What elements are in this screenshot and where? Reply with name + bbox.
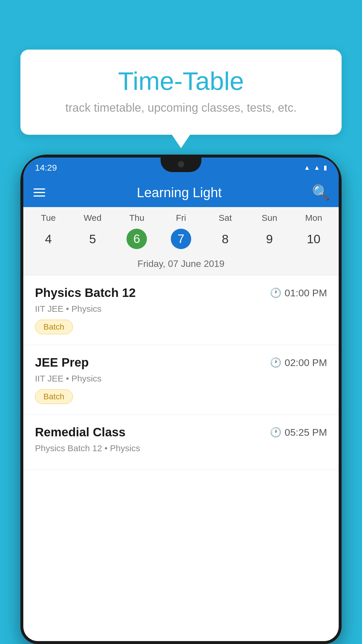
date-5[interactable]: 5 <box>71 229 115 250</box>
status-time: 14:29 <box>35 163 57 173</box>
schedule-item-2-subtitle: IIT JEE • Physics <box>35 374 327 384</box>
clock-icon-1: 🕐 <box>270 287 282 298</box>
schedule-item-2-badge: Batch <box>35 389 73 404</box>
day-thu[interactable]: Thu <box>115 213 159 223</box>
signal-icon <box>314 164 320 172</box>
schedule-item-3-time-text: 05:25 PM <box>284 427 327 438</box>
schedule-item-2-time-text: 02:00 PM <box>284 357 327 368</box>
date-4[interactable]: 4 <box>26 229 71 250</box>
schedule-item-1-subtitle: IIT JEE • Physics <box>35 304 327 314</box>
schedule-item-2-time: 🕐 02:00 PM <box>270 357 327 368</box>
schedule-item-3-header: Remedial Class 🕐 05:25 PM <box>35 425 327 439</box>
schedule-list: Physics Batch 12 🕐 01:00 PM IIT JEE • Ph… <box>23 275 339 470</box>
schedule-item-1-header: Physics Batch 12 🕐 01:00 PM <box>35 286 327 300</box>
clock-icon-3: 🕐 <box>270 427 282 438</box>
calendar-section: Tue Wed Thu Fri Sat Sun Mon 4 5 6 7 8 9 … <box>23 207 339 275</box>
status-bar: 14:29 <box>23 158 339 178</box>
current-date-label: Friday, 07 June 2019 <box>23 256 339 275</box>
day-wed[interactable]: Wed <box>71 213 115 223</box>
schedule-item-3[interactable]: Remedial Class 🕐 05:25 PM Physics Batch … <box>23 415 339 470</box>
battery-icon <box>324 164 327 172</box>
date-10[interactable]: 10 <box>291 229 336 250</box>
day-sun[interactable]: Sun <box>247 213 292 223</box>
day-mon[interactable]: Mon <box>291 213 336 223</box>
schedule-item-1-time-text: 01:00 PM <box>284 287 327 299</box>
schedule-item-1-badge: Batch <box>35 320 73 334</box>
day-tue[interactable]: Tue <box>26 213 71 223</box>
schedule-item-3-time: 🕐 05:25 PM <box>270 427 327 438</box>
status-icons <box>304 164 327 172</box>
phone-frame: 14:29 Learning Light 🔍 <box>20 155 342 644</box>
search-icon[interactable]: 🔍 <box>312 184 330 201</box>
wifi-icon <box>304 164 310 172</box>
phone-inner: 14:29 Learning Light 🔍 <box>23 158 339 641</box>
schedule-item-3-subtitle: Physics Batch 12 • Physics <box>35 443 327 453</box>
date-7-selected[interactable]: 7 <box>171 229 191 249</box>
phone-screen: 14:29 Learning Light 🔍 <box>23 158 339 641</box>
schedule-item-2-header: JEE Prep 🕐 02:00 PM <box>35 356 327 370</box>
clock-icon-2: 🕐 <box>270 357 282 368</box>
date-6-today[interactable]: 6 <box>126 229 147 249</box>
days-header: Tue Wed Thu Fri Sat Sun Mon <box>23 207 339 226</box>
schedule-item-1[interactable]: Physics Batch 12 🕐 01:00 PM IIT JEE • Ph… <box>23 275 339 345</box>
date-8[interactable]: 8 <box>203 229 247 250</box>
tooltip-title: Time-Table <box>35 67 327 95</box>
phone-notch <box>161 158 201 172</box>
schedule-item-1-time: 🕐 01:00 PM <box>270 287 327 299</box>
phone-camera <box>178 161 184 167</box>
app-title: Learning Light <box>55 185 303 200</box>
date-9[interactable]: 9 <box>247 229 292 250</box>
hamburger-icon[interactable] <box>32 187 47 198</box>
schedule-item-1-title: Physics Batch 12 <box>35 286 136 300</box>
day-sat[interactable]: Sat <box>203 213 247 223</box>
dates-row: 4 5 6 7 8 9 10 <box>23 226 339 256</box>
app-topbar: Learning Light 🔍 <box>23 178 339 207</box>
schedule-item-2[interactable]: JEE Prep 🕐 02:00 PM IIT JEE • Physics Ba… <box>23 345 339 415</box>
schedule-item-2-title: JEE Prep <box>35 356 89 370</box>
day-fri[interactable]: Fri <box>159 213 203 223</box>
tooltip-subtitle: track timetable, upcoming classes, tests… <box>35 101 327 114</box>
schedule-item-3-title: Remedial Class <box>35 425 126 439</box>
tooltip-card: Time-Table track timetable, upcoming cla… <box>20 50 342 135</box>
